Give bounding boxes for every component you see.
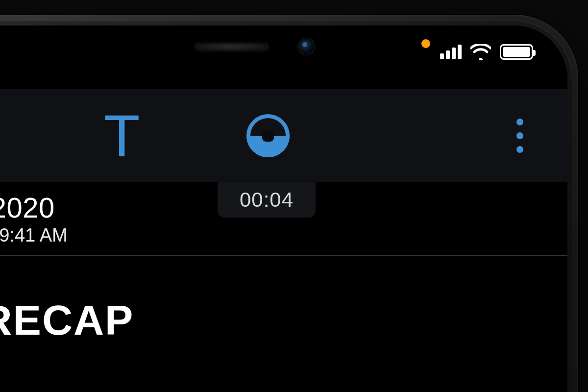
microphone-indicator-dot <box>421 39 430 48</box>
more-vertical-icon <box>516 119 523 153</box>
phone-frame-inner: T <box>0 21 572 392</box>
front-camera <box>298 38 315 55</box>
record-icon <box>246 114 290 158</box>
app-content: T <box>0 25 567 392</box>
note-date-secondary: at 09:39:41 AM <box>0 225 68 246</box>
text-tool-button[interactable]: T <box>104 102 139 170</box>
note-date-primary: 22, 2020 <box>0 191 68 224</box>
cellular-signal-icon <box>440 45 462 59</box>
recording-timer-value: 00:04 <box>240 188 294 212</box>
toolbar: T <box>0 89 567 182</box>
status-bar-right <box>440 44 533 60</box>
record-button[interactable] <box>246 114 290 158</box>
note-date-block: 22, 2020 at 09:39:41 AM <box>0 191 68 246</box>
speaker-grille <box>195 42 269 51</box>
phone-frame: T <box>0 15 578 392</box>
text-tool-icon: T <box>104 102 139 170</box>
more-button[interactable] <box>516 119 523 153</box>
wifi-icon <box>470 44 491 60</box>
screen: T <box>0 25 567 392</box>
notch <box>137 25 372 67</box>
note-heading: T RECAP <box>0 296 134 344</box>
recording-timer: 00:04 <box>218 182 316 218</box>
battery-icon <box>500 44 533 60</box>
divider <box>0 255 567 256</box>
svg-rect-3 <box>262 130 274 142</box>
